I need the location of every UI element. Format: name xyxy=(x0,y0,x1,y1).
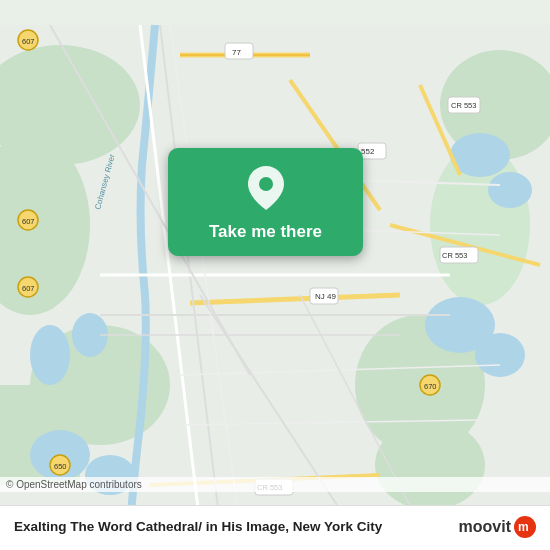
svg-point-10 xyxy=(488,172,532,208)
map-container: 77 CR 553 552 CR 553 NJ 49 Cohansey Rive… xyxy=(0,0,550,550)
take-me-card[interactable]: Take me there xyxy=(168,148,363,256)
moovit-logo: moovit m xyxy=(459,516,536,538)
svg-text:552: 552 xyxy=(361,147,375,156)
bottom-bar: Exalting The Word Cathedral/ in His Imag… xyxy=(0,505,550,550)
pin-icon xyxy=(248,166,284,214)
copyright-bar: © OpenStreetMap contributors xyxy=(0,477,550,492)
svg-text:77: 77 xyxy=(232,48,241,57)
copyright-text: © OpenStreetMap contributors xyxy=(6,479,142,490)
svg-text:NJ 49: NJ 49 xyxy=(315,292,336,301)
svg-text:607: 607 xyxy=(22,37,35,46)
svg-point-12 xyxy=(475,333,525,377)
svg-point-13 xyxy=(30,325,70,385)
svg-text:670: 670 xyxy=(424,382,437,391)
location-info: Exalting The Word Cathedral/ in His Imag… xyxy=(14,518,459,536)
location-name: Exalting The Word Cathedral/ in His Imag… xyxy=(14,518,459,536)
take-me-label[interactable]: Take me there xyxy=(209,222,322,242)
moovit-text: moovit xyxy=(459,518,511,536)
map-background: 77 CR 553 552 CR 553 NJ 49 Cohansey Rive… xyxy=(0,0,550,550)
svg-text:607: 607 xyxy=(22,284,35,293)
svg-point-60 xyxy=(259,177,273,191)
svg-point-7 xyxy=(375,420,485,510)
svg-text:607: 607 xyxy=(22,217,35,226)
svg-text:CR 553: CR 553 xyxy=(442,251,467,260)
svg-text:m: m xyxy=(518,520,529,534)
moovit-icon: m xyxy=(514,516,536,538)
svg-text:CR 553: CR 553 xyxy=(451,101,476,110)
svg-text:650: 650 xyxy=(54,462,67,471)
